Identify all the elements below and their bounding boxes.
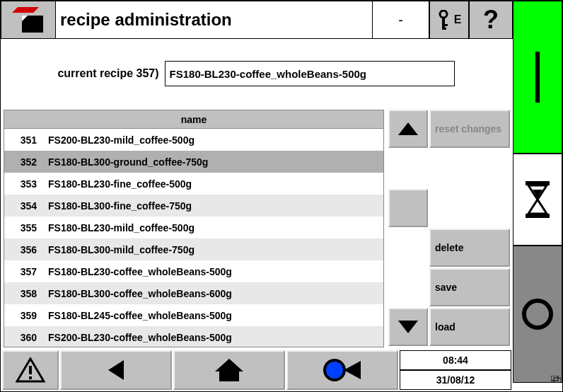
recipe-table: name 351FS200-BL230-mild_coffee-500g352F…: [4, 110, 384, 347]
row-name: FS200-BL230-mild_coffee-500g: [44, 134, 383, 146]
row-id: 351: [4, 134, 44, 146]
table-row[interactable]: 356FS180-BL300-mild_coffee-750g: [4, 238, 383, 260]
svg-rect-13: [29, 366, 32, 374]
column-header-name: name: [4, 110, 383, 129]
hourglass-icon: [523, 181, 552, 218]
back-icon: [108, 360, 124, 380]
svg-rect-5: [442, 24, 448, 26]
row-name: FS180-BL300-fine_coffee-750g: [44, 200, 383, 212]
help-button[interactable]: ?: [469, 1, 513, 39]
table-row[interactable]: 355FS180-BL230-mild_coffee-500g: [4, 217, 383, 238]
status-indicator: -: [373, 1, 429, 39]
row-id: 356: [4, 244, 44, 255]
row-id: 355: [4, 222, 44, 234]
time-display: 08:44: [400, 350, 511, 370]
reset-changes-button[interactable]: reset changes: [429, 110, 510, 148]
key-button[interactable]: E: [429, 1, 469, 39]
row-name: FS180-BL230-fine_coffee-500g: [44, 178, 383, 190]
warning-icon: [16, 357, 45, 383]
table-row[interactable]: 352FS180-BL300-ground_coffee-750g: [4, 151, 383, 173]
table-row[interactable]: 360FS200-BL230-coffee_wholeBeans-500g: [4, 326, 383, 347]
table-row[interactable]: 351FS200-BL230-mild_coffee-500g: [4, 129, 383, 151]
page-title: recipe administration: [56, 1, 373, 39]
camera-icon: [323, 358, 362, 382]
row-name: FS180-BL230-mild_coffee-500g: [44, 222, 383, 234]
home-icon: [214, 357, 245, 383]
resize-grip-icon: [551, 376, 561, 383]
row-id: 353: [4, 178, 44, 190]
current-recipe-label: current recipe 357): [57, 67, 158, 80]
svg-rect-14: [29, 376, 32, 379]
row-name: FS180-BL245-coffee_wholeBeans-500g: [44, 310, 383, 321]
table-row[interactable]: 357FS180-BL230-coffee_wholeBeans-500g: [4, 260, 383, 282]
run-icon: [535, 52, 540, 103]
row-id: 359: [4, 310, 44, 321]
run-button[interactable]: [513, 1, 562, 154]
table-row[interactable]: 354FS180-BL300-fine_coffee-750g: [4, 195, 383, 217]
row-name: FS180-BL300-mild_coffee-750g: [44, 244, 383, 255]
svg-marker-15: [215, 359, 243, 381]
svg-marker-0: [12, 7, 39, 13]
back-button[interactable]: [60, 350, 172, 390]
row-id: 358: [4, 288, 44, 299]
delete-button[interactable]: delete: [429, 229, 510, 267]
row-name: FS180-BL300-ground_coffee-750g: [44, 156, 383, 168]
svg-point-3: [440, 11, 447, 18]
svg-marker-17: [344, 361, 361, 379]
chevron-up-icon: [398, 122, 418, 135]
camera-button[interactable]: [286, 350, 398, 390]
logo: [1, 1, 56, 39]
svg-marker-1: [22, 16, 43, 33]
row-id: 360: [4, 332, 44, 343]
help-icon: ?: [483, 5, 499, 35]
circle-icon: [521, 297, 555, 331]
load-button[interactable]: load: [429, 308, 510, 346]
table-row[interactable]: 359FS180-BL245-coffee_wholeBeans-500g: [4, 304, 383, 326]
row-id: 354: [4, 200, 44, 212]
current-recipe-value: FS180-BL230-coffee_wholeBeans-500g: [165, 61, 455, 86]
scroll-up-button[interactable]: [388, 110, 428, 148]
home-button[interactable]: [173, 350, 285, 390]
save-button[interactable]: save: [429, 268, 510, 306]
stop-button[interactable]: [513, 246, 562, 383]
row-id: 357: [4, 266, 44, 277]
key-letter: E: [454, 13, 462, 26]
hourglass-panel: [513, 154, 562, 246]
row-name: FS200-BL230-coffee_wholeBeans-500g: [44, 332, 383, 343]
chevron-down-icon: [398, 321, 418, 333]
alarm-button[interactable]: [2, 350, 59, 390]
date-display: 31/08/12: [400, 370, 511, 390]
row-name: FS180-BL230-coffee_wholeBeans-500g: [44, 266, 383, 277]
table-row[interactable]: 358FS180-BL300-coffee_wholeBeans-600g: [4, 282, 383, 304]
svg-point-16: [325, 360, 344, 380]
svg-rect-6: [442, 28, 446, 30]
blank-button[interactable]: [388, 189, 428, 227]
datetime-display: 08:44 31/08/12: [400, 350, 511, 390]
scroll-down-button[interactable]: [388, 308, 428, 346]
row-name: FS180-BL300-coffee_wholeBeans-600g: [44, 288, 383, 299]
row-id: 352: [4, 156, 44, 168]
svg-rect-4: [442, 17, 445, 28]
svg-point-9: [524, 301, 551, 328]
key-icon: [437, 10, 450, 30]
table-row[interactable]: 353FS180-BL230-fine_coffee-500g: [4, 173, 383, 195]
